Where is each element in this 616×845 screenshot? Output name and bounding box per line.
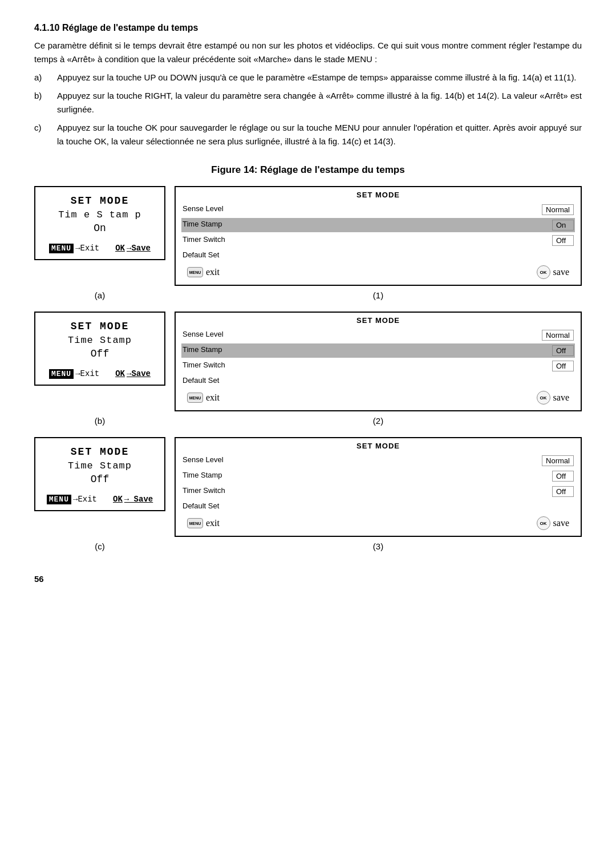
lcd-buttons-0: MENU→ExitOK→Save bbox=[49, 244, 151, 253]
menu-row-label-1-0: Sense Level bbox=[183, 330, 224, 341]
menu-row-label-1-1: Time Stamp bbox=[183, 345, 222, 356]
save-text-1: save bbox=[553, 393, 569, 403]
figure-title: Figure 14: Réglage de l'estampe du temps bbox=[34, 164, 582, 176]
menu-bottom-1: MENUexitOKsave bbox=[181, 391, 575, 405]
menu-row-default-0: Default Set bbox=[181, 249, 575, 261]
menu-row-label-1-2: Timer Switch bbox=[183, 361, 225, 371]
menu-data-row-2-1: Time StampOff bbox=[181, 469, 575, 483]
menu-row-label-2-2: Timer Switch bbox=[183, 486, 225, 497]
exit-label-2: →Exit bbox=[73, 495, 97, 504]
menu-exit-btn-0: MENUexit bbox=[187, 267, 220, 277]
lcd-ok-btn-0: OK→Save bbox=[115, 244, 151, 253]
menu-data-row-2-0: Sense LevelNormal bbox=[181, 454, 575, 468]
menu-bottom-2: MENUexitOKsave bbox=[181, 516, 575, 530]
lcd-buttons-1: MENU→ExitOK→Save bbox=[49, 369, 151, 379]
lcd-title-2: SET MODE bbox=[71, 446, 129, 458]
lcd-value-1: Off bbox=[91, 348, 109, 359]
save-text-0: save bbox=[553, 267, 569, 277]
lcd-ok-btn-2: OK→ Save bbox=[113, 495, 153, 504]
menu-data-row-1-0: Sense LevelNormal bbox=[181, 328, 575, 342]
lcd-panel-0: SET MODETim e S tam pOnMENU→ExitOK→Save bbox=[34, 186, 165, 260]
exit-label-0: →Exit bbox=[75, 244, 99, 253]
lcd-value-0: On bbox=[94, 223, 106, 234]
menu-row-default-2: Default Set bbox=[181, 500, 575, 512]
menu-box-2: MENU bbox=[47, 495, 71, 504]
ok-label-0: OK bbox=[115, 244, 125, 253]
menu-label-default-1: Default Set bbox=[183, 376, 219, 385]
lcd-menu-btn-0: MENU→Exit bbox=[49, 244, 99, 253]
menu-data-row-0-0: Sense LevelNormal bbox=[181, 203, 575, 217]
list-item-a: a) Appuyez sur la touche UP ou DOWN jusq… bbox=[34, 71, 582, 84]
lcd-title-1: SET MODE bbox=[71, 321, 129, 332]
exit-label-1: →Exit bbox=[75, 369, 99, 378]
menu-data-row-1-1: Time StampOff bbox=[181, 343, 575, 358]
menu-box-1: MENU bbox=[49, 369, 74, 379]
lcd-title-0: SET MODE bbox=[71, 195, 129, 207]
menu-save-btn-2: OKsave bbox=[537, 516, 569, 530]
list-content-b: Appuyez sur la touche RIGHT, la valeur d… bbox=[57, 89, 582, 116]
lcd-value-2: Off bbox=[91, 474, 109, 485]
lcd-param-0: Tim e S tam p bbox=[58, 209, 141, 220]
menu-row-value-2-2: Off bbox=[552, 486, 574, 497]
exit-circle-1: MENU bbox=[187, 393, 203, 403]
menu-panel-title-0: SET MODE bbox=[181, 191, 575, 199]
menu-row-value-2-0: Normal bbox=[542, 455, 574, 466]
menu-row-value-0-2: Off bbox=[552, 235, 574, 246]
menu-label-default-2: Default Set bbox=[183, 502, 219, 510]
section-list: a) Appuyez sur la touche UP ou DOWN jusq… bbox=[34, 71, 582, 148]
ok-label-1: OK bbox=[115, 369, 125, 378]
menu-row-value-1-0: Normal bbox=[542, 330, 574, 341]
page-number: 56 bbox=[34, 574, 582, 584]
caption-row-2: (c)(3) bbox=[34, 541, 582, 551]
save-label-2: → Save bbox=[124, 495, 153, 504]
lcd-param-2: Time Stamp bbox=[68, 460, 132, 471]
save-label-1: →Save bbox=[127, 369, 151, 378]
menu-row-label-0-1: Time Stamp bbox=[183, 220, 222, 231]
list-item-b: b) Appuyez sur la touche RIGHT, la valeu… bbox=[34, 89, 582, 116]
list-item-c: c) Appuyez sur la touche OK pour sauvega… bbox=[34, 121, 582, 148]
figure-row-1: SET MODETime StampOffMENU→ExitOK→SaveSET… bbox=[34, 312, 582, 411]
caption-left-0: (a) bbox=[34, 290, 165, 300]
menu-row-value-1-2: Off bbox=[552, 361, 574, 371]
menu-data-row-2-2: Timer SwitchOff bbox=[181, 484, 575, 499]
menu-row-default-1: Default Set bbox=[181, 374, 575, 386]
exit-circle-0: MENU bbox=[187, 267, 203, 277]
menu-label-default-0: Default Set bbox=[183, 250, 219, 259]
lcd-buttons-2: MENU→ExitOK→ Save bbox=[47, 495, 153, 504]
menu-panel-1: SET MODESense LevelNormalTime StampOffTi… bbox=[175, 312, 582, 411]
exit-text-0: exit bbox=[206, 267, 220, 277]
menu-bottom-0: MENUexitOKsave bbox=[181, 265, 575, 279]
lcd-menu-btn-1: MENU→Exit bbox=[49, 369, 99, 379]
menu-row-label-0-2: Timer Switch bbox=[183, 235, 225, 246]
ok-label-2: OK bbox=[113, 495, 123, 504]
caption-row-0: (a)(1) bbox=[34, 290, 582, 300]
menu-panel-2: SET MODESense LevelNormalTime StampOffTi… bbox=[175, 437, 582, 537]
menu-box-0: MENU bbox=[49, 244, 74, 253]
menu-panel-title-2: SET MODE bbox=[181, 442, 575, 450]
menu-row-label-2-1: Time Stamp bbox=[183, 471, 222, 482]
caption-row-1: (b)(2) bbox=[34, 416, 582, 426]
lcd-ok-btn-1: OK→Save bbox=[115, 369, 151, 378]
caption-right-0: (1) bbox=[175, 290, 582, 300]
menu-row-value-0-1: On bbox=[552, 220, 574, 231]
section-paragraph: Ce paramètre définit si le temps devrait… bbox=[34, 39, 582, 66]
save-circle-2: OK bbox=[537, 516, 550, 530]
list-content-a: Appuyez sur la touche UP ou DOWN jusqu'à… bbox=[57, 71, 582, 84]
caption-left-2: (c) bbox=[34, 541, 165, 551]
figure-row-0: SET MODETim e S tam pOnMENU→ExitOK→SaveS… bbox=[34, 186, 582, 286]
exit-text-1: exit bbox=[206, 393, 220, 403]
menu-row-label-2-0: Sense Level bbox=[183, 455, 224, 466]
exit-circle-2: MENU bbox=[187, 518, 203, 528]
save-circle-1: OK bbox=[537, 391, 550, 405]
list-content-c: Appuyez sur la touche OK pour sauvegarde… bbox=[57, 121, 582, 148]
caption-right-2: (3) bbox=[175, 541, 582, 551]
menu-data-row-0-1: Time StampOn bbox=[181, 218, 575, 232]
menu-row-value-2-1: Off bbox=[552, 471, 574, 482]
figures-container: SET MODETim e S tam pOnMENU→ExitOK→SaveS… bbox=[34, 186, 582, 551]
caption-left-1: (b) bbox=[34, 416, 165, 426]
menu-row-value-1-1: Off bbox=[552, 345, 574, 356]
menu-data-row-1-2: Timer SwitchOff bbox=[181, 359, 575, 373]
lcd-panel-2: SET MODETime StampOffMENU→ExitOK→ Save bbox=[34, 437, 165, 511]
caption-right-1: (2) bbox=[175, 416, 582, 426]
list-label-b: b) bbox=[34, 89, 57, 116]
